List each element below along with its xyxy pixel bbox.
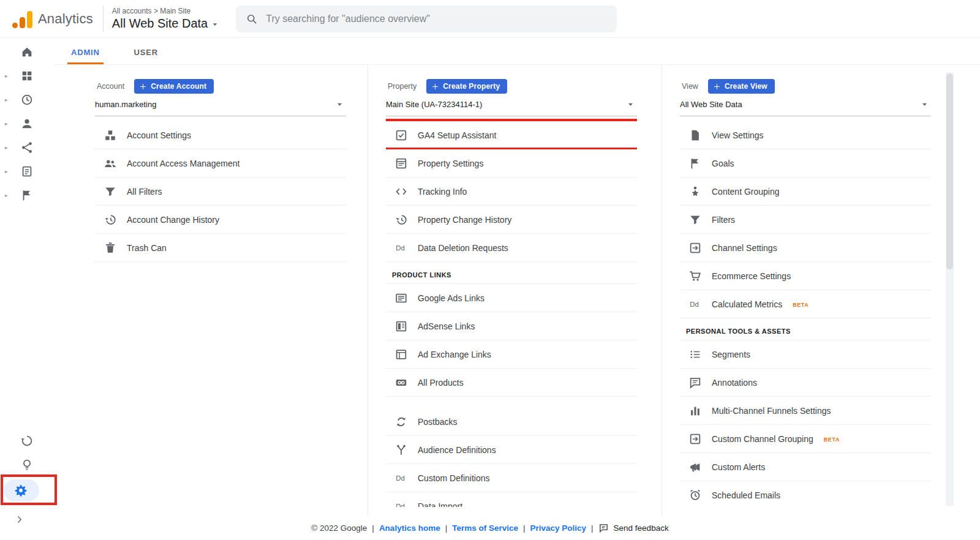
content-grouping-icon [688, 185, 702, 198]
menu-item-account-settings[interactable]: Account Settings [95, 121, 346, 149]
menu-item-label: GA4 Setup Assistant [418, 130, 496, 140]
footer-link-privacy-policy[interactable]: Privacy Policy [530, 523, 587, 533]
menu-item-ga4-setup-assistant[interactable]: GA4 Setup Assistant [386, 121, 637, 149]
sidebar-item-acquisition[interactable]: ▸ [0, 135, 54, 159]
expander-arrow-icon[interactable]: ▸ [5, 73, 8, 79]
menu-item-all-filters[interactable]: All Filters [95, 178, 346, 206]
menu-item-tracking-info[interactable]: Tracking Info [386, 178, 637, 206]
account-settings-icon [104, 129, 117, 142]
scheduled-emails-icon [688, 489, 702, 502]
menu-item-custom-alerts[interactable]: Custom Alerts [680, 453, 931, 481]
header-divider [103, 6, 104, 32]
menu-item-audience-definitions[interactable]: Audience Definitions [386, 436, 637, 464]
account-property-switcher[interactable]: All accounts > Main Site All Web Site Da… [112, 7, 220, 31]
filters-icon [688, 213, 702, 227]
account-selector-value: human.marketing [95, 100, 156, 109]
view-column-label: View [682, 82, 698, 91]
create-account-button[interactable]: Create Account [134, 79, 214, 94]
separator: | [445, 523, 448, 533]
menu-item-content-grouping[interactable]: Content Grouping [680, 178, 931, 206]
create-property-button[interactable]: Create Property [426, 79, 507, 94]
menu-item-label: Property Change History [418, 215, 511, 225]
view-selector-value: All Web Site Data [680, 100, 742, 109]
home-icon [20, 45, 34, 59]
menu-item-custom-definitions[interactable]: Custom Definitions [386, 464, 637, 492]
account-menu-list: Account SettingsAccount Access Managemen… [95, 121, 346, 262]
tab-admin[interactable]: ADMIN [67, 48, 104, 64]
menu-item-label: Multi-Channel Funnels Settings [712, 406, 831, 416]
menu-item-ad-exchange-links[interactable]: Ad Exchange Links [386, 340, 637, 369]
section-header-personal-tools-assets: PERSONAL TOOLS & ASSETS [680, 318, 931, 340]
menu-item-label: All Products [418, 378, 464, 388]
menu-item-data-import[interactable]: Data Import [386, 492, 637, 507]
footer-link-terms-of-service[interactable]: Terms of Service [452, 523, 518, 533]
menu-item-goals[interactable]: Goals [680, 149, 931, 178]
menu-item-adsense-links[interactable]: AdSense Links [386, 312, 637, 340]
logo-bar-tall [27, 11, 32, 28]
menu-item-label: Custom Alerts [712, 462, 765, 472]
footer-link-analytics-home[interactable]: Analytics home [379, 523, 440, 533]
analytics-logo-icon[interactable] [12, 10, 32, 28]
sidebar-item-behavior[interactable]: ▸ [0, 159, 54, 183]
property-selector[interactable]: Main Site (UA-73234114-1) [386, 99, 637, 116]
scrollbar-track[interactable] [946, 72, 954, 506]
menu-item-custom-channel-grouping[interactable]: Custom Channel GroupingBETA [680, 425, 931, 453]
sidebar-item-audience[interactable]: ▸ [0, 111, 54, 135]
sidebar-item-customization[interactable]: ▸ [0, 64, 54, 88]
create-view-button[interactable]: Create View [708, 79, 775, 94]
menu-item-label: AdSense Links [418, 321, 475, 331]
expander-arrow-icon[interactable]: ▸ [5, 144, 8, 151]
conversions-icon [20, 189, 34, 202]
search-bar[interactable] [236, 6, 617, 32]
menu-item-property-change-history[interactable]: Property Change History [386, 206, 637, 234]
scrollbar-thumb[interactable] [946, 73, 953, 269]
menu-item-all-products[interactable]: All Products [386, 369, 637, 397]
menu-item-calculated-metrics[interactable]: Calculated MetricsBETA [680, 290, 931, 318]
adsense-links-icon [394, 320, 408, 333]
menu-item-channel-settings[interactable]: Channel Settings [680, 234, 931, 262]
sidebar-item-realtime[interactable]: ▸ [0, 88, 54, 111]
menu-item-trash-can[interactable]: Trash Can [95, 234, 346, 262]
multi-channel-funnels-icon [688, 404, 702, 418]
sidebar-item-discover[interactable] [0, 452, 54, 476]
calculated-metrics-icon [688, 298, 702, 311]
menu-item-data-deletion-requests[interactable]: Data Deletion Requests [386, 234, 637, 262]
menu-item-label: Account Access Management [127, 159, 239, 168]
menu-item-account-change-history[interactable]: Account Change History [95, 206, 346, 234]
collapse-sidebar-icon [14, 514, 24, 525]
plus-icon [431, 83, 439, 91]
menu-item-segments[interactable]: Segments [680, 340, 931, 369]
menu-item-label: Scheduled Emails [712, 490, 780, 500]
view-selector[interactable]: All Web Site Data [680, 99, 931, 116]
menu-item-google-ads-links[interactable]: Google Ads Links [386, 284, 637, 312]
menu-item-postbacks[interactable]: Postbacks [386, 408, 637, 436]
expander-arrow-icon[interactable]: ▸ [5, 97, 8, 103]
expander-arrow-icon[interactable]: ▸ [5, 121, 8, 127]
menu-item-annotations[interactable]: Annotations [680, 369, 931, 397]
menu-item-property-settings[interactable]: Property Settings [386, 149, 637, 178]
expander-arrow-icon[interactable]: ▸ [5, 192, 8, 198]
sidebar-item-home[interactable] [0, 40, 54, 64]
menu-item-ecommerce-settings[interactable]: Ecommerce Settings [680, 262, 931, 290]
sidebar-item-collapse[interactable] [0, 508, 54, 530]
view-settings-icon [688, 129, 702, 142]
caret-down-icon [210, 20, 220, 29]
menu-item-filters[interactable]: Filters [680, 206, 931, 234]
expander-arrow-icon[interactable]: ▸ [5, 168, 8, 174]
send-feedback-button[interactable]: Send feedback [598, 523, 669, 533]
menu-item-label: Account Settings [127, 130, 191, 140]
menu-item-scheduled-emails[interactable]: Scheduled Emails [680, 481, 931, 507]
menu-item-multi-channel-funnels-settings[interactable]: Multi-Channel Funnels Settings [680, 397, 931, 425]
sidebar-item-attribution[interactable] [0, 429, 54, 452]
menu-item-label: Ad Exchange Links [418, 350, 491, 359]
menu-item-label: Content Grouping [712, 187, 780, 197]
menu-item-label: View Settings [712, 130, 764, 140]
sidebar-item-admin[interactable] [0, 476, 54, 504]
tab-user[interactable]: USER [130, 48, 162, 64]
menu-item-account-access-management[interactable]: Account Access Management [95, 149, 346, 178]
sidebar-item-conversions[interactable]: ▸ [0, 183, 54, 207]
menu-item-view-settings[interactable]: View Settings [680, 121, 931, 149]
search-input[interactable] [266, 13, 607, 24]
account-selector[interactable]: human.marketing [95, 99, 346, 116]
menu-item-label: Ecommerce Settings [712, 271, 791, 281]
